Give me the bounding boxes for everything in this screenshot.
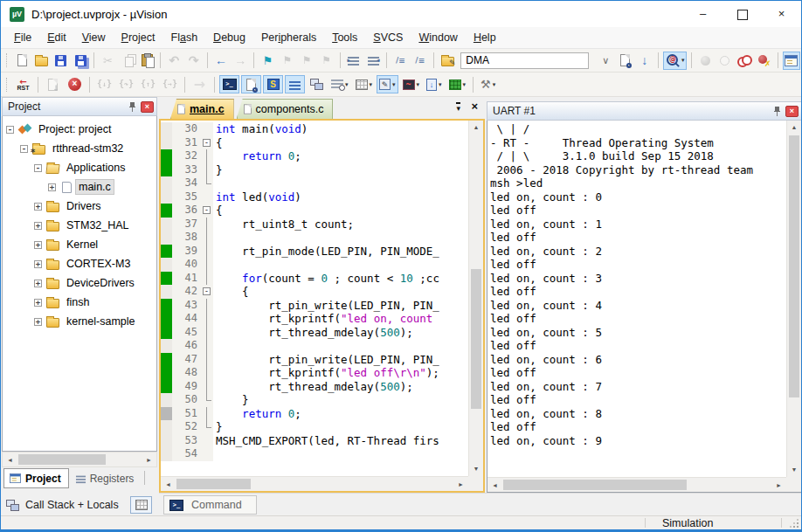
pin-icon[interactable] (771, 105, 783, 117)
symbol-window-button[interactable]: S (263, 75, 283, 93)
uart-panel-close-icon[interactable]: × (785, 106, 799, 117)
tree-item-cortex-m3[interactable]: +CORTEX-M3 (3, 254, 156, 273)
scroll-thumb[interactable] (471, 269, 481, 409)
uncomment-button[interactable]: /≡ (411, 52, 429, 70)
scroll-thumb[interactable] (503, 480, 687, 490)
editor-v-scrollbar[interactable]: ▲ ▼ (468, 121, 483, 476)
fold-marker[interactable]: - (202, 136, 213, 150)
disassembly-window-button[interactable] (241, 75, 261, 93)
memory-window-button[interactable]: ▾ (353, 75, 376, 93)
find-in-document-button[interactable] (616, 52, 633, 70)
find-in-files-button[interactable]: ✎ (439, 52, 456, 70)
collapse-icon[interactable]: - (34, 164, 42, 172)
open-file-button[interactable] (32, 52, 50, 70)
close-button[interactable]: × (762, 1, 801, 27)
menu-flash[interactable]: Flash (163, 27, 206, 48)
expand-icon[interactable]: + (34, 280, 42, 287)
step-into-button[interactable]: {↓} (94, 75, 114, 93)
tree-item-rtthread-stm32[interactable]: -*rtthread-stm32 (3, 139, 156, 158)
tab-project[interactable]: Project (3, 468, 69, 488)
save-all-button[interactable] (72, 52, 89, 70)
expand-icon[interactable]: + (48, 183, 56, 191)
code-area[interactable]: 30int main(void)31-{32 return 0;33}3435i… (161, 121, 468, 476)
tree-item-stm32-hal[interactable]: +STM32_HAL (3, 216, 156, 235)
menu-window[interactable]: Window (411, 27, 465, 48)
search-combo[interactable]: DMA (460, 52, 589, 69)
reset-button[interactable]: ←RST (13, 75, 33, 93)
uart-output-area[interactable]: \ | / - RT - Thread Operating System / |… (487, 121, 802, 493)
fold-marker[interactable]: - (202, 204, 213, 218)
tab-registers[interactable]: Registers (70, 468, 142, 488)
scroll-thumb[interactable] (789, 135, 799, 397)
scroll-up-icon[interactable]: ▲ (787, 121, 801, 135)
indent-button[interactable] (345, 52, 363, 70)
project-panel-close-icon[interactable]: × (141, 101, 154, 113)
tree-item-kernel[interactable]: +Kernel (3, 235, 156, 254)
tree-item-drivers[interactable]: +Drivers (3, 197, 156, 216)
step-over-button[interactable]: {↷} (116, 75, 136, 93)
undo-button[interactable]: ↶ (165, 52, 183, 70)
expand-icon[interactable]: + (34, 260, 42, 268)
incremental-find-button[interactable]: ↓ (636, 52, 653, 70)
pin-icon[interactable] (126, 100, 138, 113)
disable-all-breakpoints-button[interactable] (736, 52, 753, 70)
step-out-button[interactable]: {↑} (138, 75, 158, 93)
copy-button[interactable] (119, 52, 136, 70)
scroll-thumb[interactable] (176, 479, 251, 489)
previous-bookmark-button[interactable]: ⚑ (279, 52, 296, 70)
uart-v-scrollbar[interactable]: ▲ ▼ (786, 121, 801, 477)
kill-all-breakpoints-button[interactable]: ✗ (755, 52, 772, 70)
expand-icon[interactable]: + (34, 299, 42, 307)
options-for-target-button[interactable] (783, 52, 800, 70)
menu-debug[interactable]: Debug (205, 27, 253, 48)
toggle-breakpoint-button[interactable] (696, 52, 714, 70)
resize-grip[interactable] (789, 518, 799, 528)
editor-tab-main-c[interactable]: main.c (170, 99, 234, 119)
registers-window-button[interactable] (285, 75, 305, 93)
tree-item-devicedrivers[interactable]: +DeviceDrivers (3, 273, 156, 293)
logic-analyzer-button[interactable]: ~▾ (400, 75, 423, 93)
navigate-forward-button[interactable]: → (232, 52, 249, 70)
editor-tab-components-c[interactable]: components.c (237, 99, 334, 119)
scroll-left-icon[interactable]: ◄ (3, 453, 17, 466)
tree-item-finsh[interactable]: +finsh (3, 293, 156, 312)
scroll-thumb[interactable] (18, 454, 106, 465)
maximize-button[interactable] (722, 1, 762, 27)
redo-button[interactable]: ↷ (185, 52, 203, 70)
tree-item-kernel-sample[interactable]: +kernel-sample (3, 312, 156, 331)
system-viewer-button[interactable]: ↓▾ (424, 75, 445, 93)
save-button[interactable] (52, 52, 70, 70)
tree-item-applications[interactable]: -Applications (3, 158, 156, 177)
search-dropdown-button[interactable]: ∨ (597, 52, 614, 70)
cut-button[interactable]: ✂ (99, 52, 116, 70)
collapse-icon[interactable]: - (20, 145, 28, 153)
editor-close-icon[interactable]: × (471, 100, 478, 114)
scroll-right-icon[interactable]: ► (453, 477, 468, 491)
fold-marker[interactable]: - (202, 285, 213, 299)
watch-window-button[interactable]: ▾ (328, 75, 351, 93)
command-window-button[interactable]: >_ (219, 75, 239, 93)
menu-tools[interactable]: Tools (324, 27, 365, 48)
insert-bookmark-button[interactable]: ⚑ (259, 52, 276, 70)
call-stack-window-button[interactable] (307, 75, 327, 93)
callstack-bar[interactable]: Call Stack + Locals (2, 494, 157, 516)
new-file-button[interactable] (13, 52, 31, 70)
navigate-back-button[interactable]: ← (212, 52, 230, 70)
menu-peripherals[interactable]: Peripherals (253, 27, 324, 48)
configure-tools-button[interactable]: ⚒▾ (478, 75, 498, 93)
paste-button[interactable] (138, 52, 156, 70)
project-h-scrollbar[interactable]: ◄ ► (2, 452, 157, 467)
unindent-button[interactable] (364, 52, 382, 70)
scroll-right-icon[interactable]: ► (771, 478, 786, 492)
editor-h-scrollbar[interactable]: ◄ ► (161, 476, 468, 491)
tree-item-project-project[interactable]: -Project: project (3, 120, 156, 139)
menu-edit[interactable]: Edit (39, 27, 74, 48)
scroll-left-icon[interactable]: ◄ (161, 477, 176, 491)
help-search-button[interactable]: @▾ (663, 52, 688, 70)
scroll-down-icon[interactable]: ▼ (469, 462, 483, 476)
expand-icon[interactable]: + (34, 318, 42, 326)
run-button[interactable]: → (190, 75, 210, 93)
toolbox-button[interactable]: ▾ (446, 75, 469, 93)
collapse-icon[interactable]: - (6, 126, 14, 134)
comment-button[interactable]: /≡ (391, 52, 409, 70)
